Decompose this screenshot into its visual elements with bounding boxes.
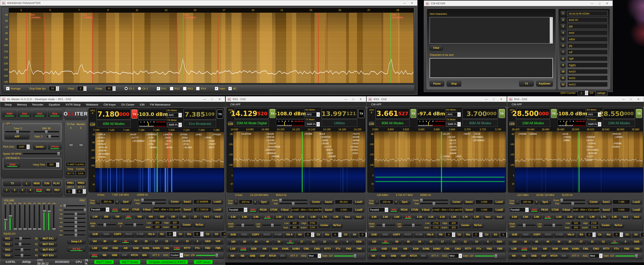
macro-6-button[interactable]: 6 [560,43,566,48]
load1-button[interactable]: Load1 [212,199,223,204]
chevron-down-icon[interactable]: ▼ [318,254,321,258]
spinner-arrows[interactable]: ▲▼ [200,232,203,236]
ctl-rf-if-button[interactable]: RF/IF [35,188,43,192]
close-icon[interactable]: ✕ [408,2,416,4]
band-12-button[interactable]: 12 [460,240,470,244]
filter-850-button[interactable]: 850 [101,214,112,219]
filter-1.9K-button[interactable]: 1.9K [587,214,597,219]
ris-clear-button[interactable]: Clr [342,232,349,237]
left-rx2-button[interactable]: RX2 [18,111,32,117]
dx-spot[interactable]: IQ3QM [266,133,274,135]
tx-meter-select[interactable]: SWR Pwr▼ [446,122,461,126]
rx2-titlebar[interactable]: RX2 - CH2 —□✕ [226,96,366,102]
characters-to-send-area[interactable] [430,58,553,78]
volume-slider-R4s[interactable] [38,205,41,230]
dx-spot[interactable]: K55Q [182,137,188,139]
menu-cw-apf[interactable]: CW APF [509,103,525,106]
spectrum-display[interactable]: DL1VFN5ZOZF1AOL1VFSN100ARU9A22ASP100ARUK… [374,132,506,167]
pan-slider-R4[interactable] [63,230,86,232]
mode-FTx-button[interactable]: FTx [474,246,484,251]
band-10-button[interactable]: 10 [182,239,192,244]
band-VHF-button[interactable]: VHF [213,239,223,244]
peak-button[interactable]: PEAK [258,207,268,212]
volume-slider-R2[interactable] [13,205,17,230]
dx-spot[interactable]: KL9DX [183,140,190,142]
spinner-arrows[interactable]: ▲▼ [83,86,86,91]
spectrum-display[interactable]: DL4FO/MIQ3QMR108MK3LRTK4TH9H4CMSO95PZKW1… [233,132,365,167]
xit-button[interactable]: Xit [351,232,358,237]
menu-cw-apf[interactable]: CW APF [228,103,243,106]
band-40-button[interactable]: 40 [121,239,130,244]
macro-8-text-input[interactable]: hgfh [567,56,608,61]
macro-4-text-input[interactable]: text4 [567,30,608,36]
sub-copy-button[interactable]: COPY [250,232,261,237]
macro-12-text-input[interactable]: text12 [567,82,608,87]
dx-spot[interactable]: K1TTT [324,146,332,148]
filter-2.2K-button[interactable]: 2.2K [285,214,296,219]
filter-500-button[interactable]: 500 [134,214,145,219]
mode-SAM-button[interactable]: SAM [270,246,280,251]
dsp-NB-button[interactable]: NB [238,253,247,258]
ch2-radio[interactable]: Ch 2 [138,87,148,90]
band-80-button[interactable]: 80 [520,240,530,244]
left-pwr-button[interactable]: PWR [2,111,16,117]
dx-spot[interactable]: SN100ARU [472,136,483,138]
band-17-button[interactable]: 17 [437,240,448,244]
sub-past-button[interactable]: PAST [124,232,134,237]
width-slider[interactable] [97,224,116,226]
zero-beat-button[interactable]: 0 Beat [279,207,290,212]
ctl-rec-button[interactable]: REC [53,188,61,192]
ctun-button[interactable]: CTUN [131,207,140,212]
mode-AM-button[interactable]: AM [260,246,269,251]
ch1-radio[interactable]: Ch 1 [124,87,134,90]
rit-button[interactable]: Rit [437,232,444,237]
dx-spot[interactable]: V63DQ [564,136,571,138]
spinner-arrows[interactable]: ▲▼ [112,86,116,91]
dx-spot[interactable]: YB9AZ [586,146,594,148]
peak-button[interactable]: PEAK [400,207,409,212]
band-160-button[interactable]: 160 [90,239,99,244]
filter-2.4K-button[interactable]: 2.4K [262,214,273,219]
filter-50-button[interactable]: 50 [179,214,190,219]
dx-spot[interactable]: IO5O [352,152,358,154]
dx-spot[interactable]: DH150FFAR [268,146,280,148]
ris-clear-button[interactable]: Clr [624,232,630,237]
ris-spinner[interactable]: 0▲▼ [194,232,204,236]
mode-CWU-button[interactable]: CWU [453,246,462,251]
save2-button[interactable]: Save2 [323,207,334,212]
band-160-button[interactable]: 160 [369,240,380,244]
dx-spot[interactable]: FY5KE [180,134,188,136]
tx-meter-select[interactable]: SWR Pwr▼ [305,122,320,126]
ctl-4-button[interactable]: 4 [27,188,34,192]
mode-FM5-button[interactable]: FM5 [213,246,223,250]
mode-DSB-button[interactable]: DSB [530,246,539,251]
retun-button[interactable]: ReTun [472,223,484,228]
filter-3.5K-button[interactable]: 3.5K [509,214,520,219]
dx-spot[interactable]: JA3MIX [529,133,537,135]
band-160-button[interactable]: 160 [509,240,520,244]
sub-high-value[interactable]: -300 [448,226,458,230]
macro-9-text-input[interactable]: hgjghj [567,62,608,68]
sub-sub-button[interactable]: SUB [369,232,379,237]
left-rx3-button[interactable]: RX3 [33,111,46,117]
mode-AM-button[interactable]: AM [540,246,550,251]
menu-eibi[interactable]: EiBi [137,103,147,106]
dx-spot[interactable]: EA6NF [328,156,336,158]
macro-6-text-input[interactable]: ghj [567,43,608,48]
chevron-down-icon[interactable]: ▼ [178,113,182,117]
speed-slider[interactable] [23,153,61,155]
filter-Var1-button[interactable]: Var1 [201,214,212,219]
maximize-button[interactable]: □ [350,98,357,101]
dsp-NR-button[interactable]: NR [509,253,518,258]
vfo-a-frequency-display[interactable]: 14.129520 [234,108,269,119]
chevron-down-icon[interactable]: ▼ [525,208,528,212]
pan-slider[interactable] [560,203,586,205]
volume-slider-R1[interactable] [4,205,7,230]
mode-RTTY-button[interactable]: RTTY [182,246,192,250]
band-15-button[interactable]: 15 [587,240,597,244]
sub-vfo-a-button[interactable]: Vfo A [146,232,156,237]
filter-Var1-button[interactable]: Var1 [483,214,493,219]
average-checkbox[interactable]: ✓Average [6,87,20,90]
mode-FM2-button[interactable]: FM2 [344,246,354,251]
spinner-arrows[interactable]: ▲▼ [56,86,59,91]
